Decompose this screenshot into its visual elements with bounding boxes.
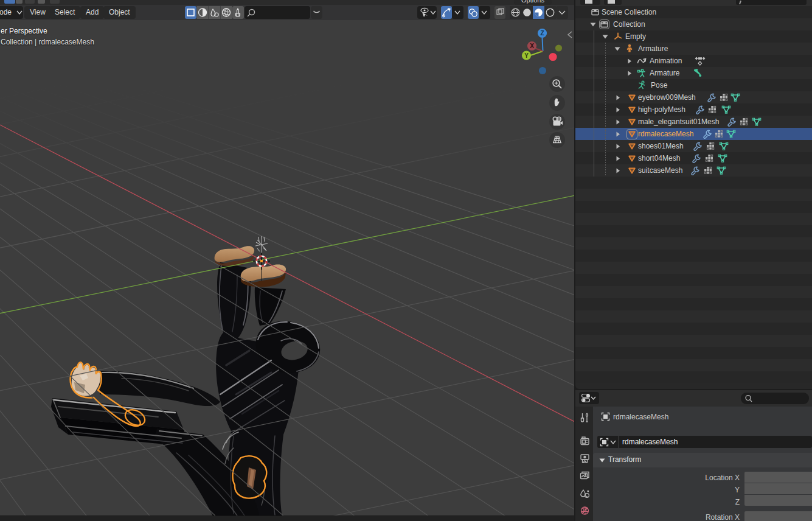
svg-text:Z: Z <box>540 30 544 37</box>
svg-text:Y: Y <box>524 52 529 59</box>
svg-text:X: X <box>530 43 534 49</box>
